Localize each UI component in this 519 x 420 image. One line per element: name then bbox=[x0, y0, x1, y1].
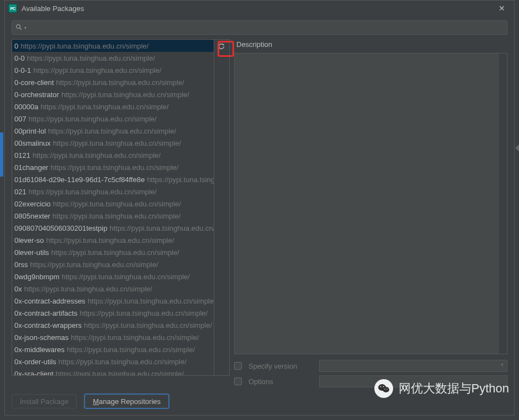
search-input[interactable] bbox=[29, 24, 504, 32]
package-repo-url: https://pypi.tuna.tsinghua.edu.cn/simple… bbox=[88, 297, 214, 305]
package-row[interactable]: 0https://pypi.tuna.tsinghua.edu.cn/simpl… bbox=[12, 40, 214, 52]
search-icon bbox=[15, 24, 22, 32]
search-field[interactable]: ▾ bbox=[12, 20, 507, 35]
package-name: 0wdg9nbmpm bbox=[14, 273, 62, 281]
refresh-toolbar bbox=[214, 39, 230, 376]
package-row[interactable]: 00smalinuxhttps://pypi.tuna.tsinghua.edu… bbox=[12, 137, 214, 149]
right-column: Description Specify version Options bbox=[234, 39, 507, 387]
package-row[interactable]: 0x-middlewareshttps://pypi.tuna.tsinghua… bbox=[12, 343, 214, 355]
package-name: 0lever-utils bbox=[14, 248, 51, 257]
install-options: Specify version Options bbox=[234, 360, 507, 387]
refresh-button[interactable] bbox=[214, 40, 229, 54]
dialog-content: ▾ 0https://pypi.tuna.tsinghua.edu.cn/sim… bbox=[5, 16, 514, 415]
package-row[interactable]: 01changerhttps://pypi.tuna.tsinghua.edu.… bbox=[12, 161, 214, 173]
package-row[interactable]: 0wdg9nbmpmhttps://pypi.tuna.tsinghua.edu… bbox=[12, 270, 214, 283]
package-repo-url: https://pypi.tuna.tsinghua.edu.cn/simple… bbox=[59, 358, 187, 366]
specify-version-checkbox[interactable] bbox=[234, 362, 242, 370]
package-row[interactable]: 0rsshttps://pypi.tuna.tsinghua.edu.cn/si… bbox=[12, 258, 214, 270]
package-name: 01changer bbox=[14, 163, 50, 172]
package-row[interactable]: 0lever-sohttps://pypi.tuna.tsinghua.edu.… bbox=[12, 234, 214, 246]
package-repo-url: https://pypi.tuna.tsinghua.edu.cn/simple… bbox=[33, 66, 161, 75]
package-name: 0-orchestrator bbox=[14, 91, 61, 99]
package-name: 0121 bbox=[14, 151, 33, 160]
package-repo-url: https://pypi.tuna.tsinghua.edu.cn/simple… bbox=[40, 103, 168, 111]
package-row[interactable]: 0-0https://pypi.tuna.tsinghua.edu.cn/sim… bbox=[12, 52, 214, 64]
options-input[interactable] bbox=[319, 375, 507, 387]
options-label: Options bbox=[248, 378, 315, 386]
package-row[interactable]: 0-0-1https://pypi.tuna.tsinghua.edu.cn/s… bbox=[12, 64, 214, 76]
package-repo-url: https://pypi.tuna.tsinghua.edu.cn/simple… bbox=[27, 54, 155, 62]
package-name: 0-0 bbox=[14, 54, 27, 62]
package-repo-url: https://pypi.tuna.tsinghua.edu.cn/simple… bbox=[80, 309, 208, 317]
package-row[interactable]: 0x-json-schemashttps://pypi.tuna.tsinghu… bbox=[12, 331, 214, 343]
package-repo-url: https://pypi.tuna.tsinghua.edu.cn/simple… bbox=[53, 200, 181, 208]
refresh-icon bbox=[218, 42, 225, 52]
package-name: 0x-contract-wrappers bbox=[14, 321, 84, 329]
package-list[interactable]: 0https://pypi.tuna.tsinghua.edu.cn/simpl… bbox=[12, 39, 214, 376]
package-name: 0lever-so bbox=[14, 236, 46, 244]
package-row[interactable]: 0x-contract-artifactshttps://pypi.tuna.t… bbox=[12, 307, 214, 319]
specify-version-label: Specify version bbox=[248, 362, 315, 370]
package-row[interactable]: 00000ahttps://pypi.tuna.tsinghua.edu.cn/… bbox=[12, 100, 214, 113]
package-row[interactable]: 0-orchestratorhttps://pypi.tuna.tsinghua… bbox=[12, 88, 214, 100]
package-row[interactable]: 0x-sra-clienthttps://pypi.tuna.tsinghua.… bbox=[12, 368, 214, 376]
description-scrollbar[interactable] bbox=[499, 54, 507, 354]
package-repo-url: https://pypi.tuna.tsinghua.edu.cn/simple… bbox=[29, 115, 157, 123]
package-name: 090807040506030201testpip bbox=[14, 224, 109, 232]
options-checkbox[interactable] bbox=[234, 378, 242, 385]
package-repo-url: https://pypi.tuna.tsinghua.edu.cn/simple… bbox=[67, 345, 195, 354]
svg-point-0 bbox=[17, 24, 20, 28]
description-area bbox=[234, 53, 507, 354]
package-name: 01d61084-d29e-11e9-96d1-7c5cf84ffe8e bbox=[14, 176, 147, 184]
package-row[interactable]: 021https://pypi.tuna.tsinghua.edu.cn/sim… bbox=[12, 185, 214, 198]
version-select[interactable] bbox=[319, 360, 507, 372]
package-row[interactable]: 090807040506030201testpiphttps://pypi.tu… bbox=[12, 222, 214, 234]
package-row[interactable]: 0x-contract-wrappershttps://pypi.tuna.ts… bbox=[12, 319, 214, 331]
package-repo-url: https://pypi.tuna.tsinghua.edu.cn/simple… bbox=[52, 212, 181, 220]
package-repo-url: https://pypi.tuna.tsinghua.edu.cn/simple… bbox=[61, 91, 189, 99]
package-name: 02exercicio bbox=[14, 200, 53, 208]
install-package-label: Install Package bbox=[20, 397, 68, 406]
manage-repositories-button[interactable]: Manage Repositories bbox=[84, 394, 169, 408]
package-name: 0x-contract-addresses bbox=[14, 297, 88, 305]
package-name: 00smalinux bbox=[14, 139, 53, 147]
package-name: 021 bbox=[14, 188, 29, 196]
left-column: 0https://pypi.tuna.tsinghua.edu.cn/simpl… bbox=[12, 39, 230, 387]
package-name: 0 bbox=[14, 42, 20, 50]
package-row[interactable]: 0805nexterhttps://pypi.tuna.tsinghua.edu… bbox=[12, 210, 214, 222]
package-repo-url: https://pypi.tuna.tsinghua.edu.cn/simple… bbox=[62, 273, 190, 281]
package-repo-url: https://pypi.tuna.tsinghua.edu.cn/simple… bbox=[53, 139, 181, 147]
package-row[interactable]: 0x-contract-addresseshttps://pypi.tuna.t… bbox=[12, 295, 214, 307]
package-repo-url: https://pypi.tuna.tsinghua.edu.cn/simple… bbox=[48, 127, 176, 135]
package-row[interactable]: 01d61084-d29e-11e9-96d1-7c5cf84ffe8ehttp… bbox=[12, 173, 214, 185]
search-dropdown-icon[interactable]: ▾ bbox=[24, 25, 27, 30]
package-repo-url: https://pypi.tuna.tsinghua.edu.cn/simple… bbox=[109, 224, 214, 232]
package-repo-url: https://pypi.tuna.tsinghua.edu.cn/simple… bbox=[24, 285, 152, 293]
package-row[interactable]: 007https://pypi.tuna.tsinghua.edu.cn/sim… bbox=[12, 113, 214, 125]
package-repo-url: https://pypi.tuna.tsinghua.edu.cn/simple… bbox=[84, 321, 212, 329]
package-repo-url: https://pypi.tuna.tsinghua.edu.cn/simple… bbox=[30, 260, 158, 269]
install-package-button[interactable]: Install Package bbox=[12, 394, 77, 408]
package-row[interactable]: 0121https://pypi.tuna.tsinghua.edu.cn/si… bbox=[12, 149, 214, 161]
pycharm-icon: PC bbox=[8, 4, 17, 13]
package-name: 0x-json-schemas bbox=[14, 333, 71, 342]
package-row[interactable]: 0-core-clienthttps://pypi.tuna.tsinghua.… bbox=[12, 76, 214, 88]
package-repo-url: https://pypi.tuna.tsinghua.edu.cn/simple… bbox=[20, 42, 149, 50]
package-name: 0805nexter bbox=[14, 212, 52, 220]
close-icon: ✕ bbox=[499, 4, 505, 13]
package-row[interactable]: 02exerciciohttps://pypi.tuna.tsinghua.ed… bbox=[12, 198, 214, 210]
package-row[interactable]: 00print-lolhttps://pypi.tuna.tsinghua.ed… bbox=[12, 125, 214, 137]
package-name: 0-0-1 bbox=[14, 66, 33, 75]
package-repo-url: https://pypi.tuna.tsinghua.edu.cn/simple… bbox=[50, 163, 178, 172]
package-name: 0rss bbox=[14, 260, 30, 269]
package-repo-url: https://pypi.tuna.tsinghua.edu.cn/simple… bbox=[51, 248, 179, 257]
package-repo-url: https://pypi.tuna.tsinghua.edu.cn/simple… bbox=[71, 333, 199, 342]
package-row[interactable]: 0x-order-utilshttps://pypi.tuna.tsinghua… bbox=[12, 355, 214, 368]
package-row[interactable]: 0lever-utilshttps://pypi.tuna.tsinghua.e… bbox=[12, 246, 214, 258]
package-repo-url: https://pypi.tuna.tsinghua.edu.cn/simple… bbox=[29, 188, 157, 196]
package-row[interactable]: 0xhttps://pypi.tuna.tsinghua.edu.cn/simp… bbox=[12, 283, 214, 295]
close-button[interactable]: ✕ bbox=[493, 4, 511, 13]
dialog-buttons: Install Package Manage Repositories bbox=[12, 392, 507, 408]
package-name: 0x-sra-client bbox=[14, 370, 56, 376]
available-packages-dialog: PC Available Packages ✕ ▾ 0https://pypi.… bbox=[4, 0, 515, 416]
